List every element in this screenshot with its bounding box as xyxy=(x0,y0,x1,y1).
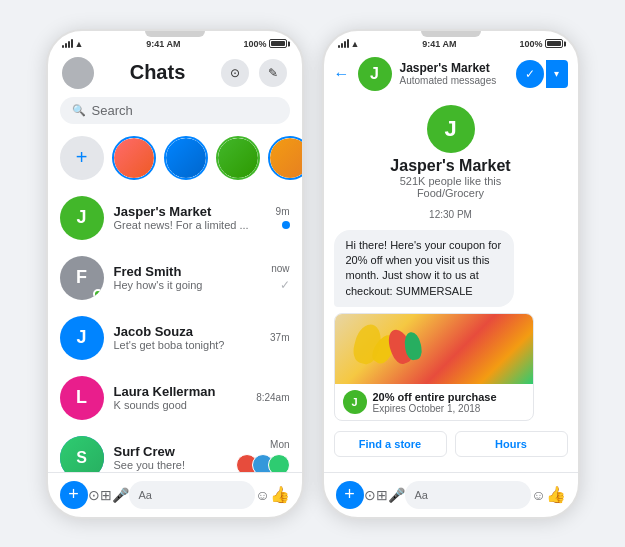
chat-time-fred: now xyxy=(271,263,289,274)
camera-button[interactable]: ⊙ xyxy=(221,59,249,87)
new-chat-button[interactable]: + xyxy=(60,481,88,509)
action-buttons: Find a store Hours xyxy=(334,431,568,457)
market-logo-text: J xyxy=(444,116,456,142)
chat-time-jaspers: 9m xyxy=(276,206,290,217)
signal-bar-2-3 xyxy=(344,41,346,48)
thumbs-up-icon-2[interactable]: 👍 xyxy=(546,485,566,504)
chat-item-jacob[interactable]: J Jacob Souza Let's get boba tonight? 37… xyxy=(48,308,302,368)
time-2: 9:41 AM xyxy=(422,39,456,49)
photo-icon[interactable]: ⊞ xyxy=(100,487,112,503)
coupon-expires: Expires October 1, 2018 xyxy=(373,403,497,414)
emoji-icon[interactable]: ☺ xyxy=(255,487,269,503)
market-likes: 521K people like this xyxy=(400,175,502,187)
signal-bar-1 xyxy=(62,45,64,48)
market-header-logo: J xyxy=(358,57,392,91)
chat-name-jaspers: Jasper's Market xyxy=(114,204,266,219)
chat-info-surf: Surf Crew See you there! xyxy=(114,444,226,471)
story-add-button[interactable]: + xyxy=(60,136,104,180)
plus-icon: + xyxy=(68,484,79,505)
story-avatar-img-2 xyxy=(166,138,206,178)
camera-icon: ⊙ xyxy=(230,66,240,80)
chats-title: Chats xyxy=(130,61,186,84)
thumbs-up-icon[interactable]: 👍 xyxy=(270,485,290,504)
chat-item-surf[interactable]: S Surf Crew See you there! Mon xyxy=(48,428,302,472)
chats-icons: ⊙ ✎ xyxy=(221,59,287,87)
story-3[interactable] xyxy=(216,136,260,180)
chat-preview-jacob: Let's get boba tonight? xyxy=(114,339,261,351)
chat-preview-fred: Hey how's it going xyxy=(114,279,262,291)
chevron-down-icon: ▾ xyxy=(554,68,559,79)
signal-bar-3 xyxy=(68,41,70,48)
chat-avatar-text-laura: L xyxy=(76,387,87,408)
chat-name-surf: Surf Crew xyxy=(114,444,226,459)
chat-avatar-laura: L xyxy=(60,376,104,420)
chevron-button[interactable]: ▾ xyxy=(546,60,568,88)
market-logo: J xyxy=(427,105,475,153)
chat-meta-laura: 8:24am xyxy=(256,392,289,403)
stories-row: + xyxy=(48,132,302,188)
story-avatar-img-1 xyxy=(114,138,154,178)
group-av-3 xyxy=(268,454,290,472)
coupon-title: 20% off entire purchase xyxy=(373,391,497,403)
chat-time-jacob: 37m xyxy=(270,332,289,343)
market-header-info: Jasper's Market Automated messages xyxy=(400,61,508,86)
market-header-logo-text: J xyxy=(370,65,379,83)
edit-button[interactable]: ✎ xyxy=(259,59,287,87)
status-left-2: ▲ xyxy=(338,39,360,49)
status-right-2: 100% xyxy=(519,39,563,49)
user-avatar[interactable] xyxy=(62,57,94,89)
search-bar[interactable]: 🔍 Search xyxy=(60,97,290,124)
compose-label: Aa xyxy=(139,489,152,501)
market-category: Food/Grocery xyxy=(417,187,484,199)
emoji-icon-2[interactable]: ☺ xyxy=(531,487,545,503)
chat-item-jaspers[interactable]: J Jasper's Market Great news! For a limi… xyxy=(48,188,302,248)
hours-button[interactable]: Hours xyxy=(455,431,568,457)
back-button[interactable]: ← xyxy=(334,65,350,83)
phone-chats: ▲ 9:41 AM 100% Chats ⊙ ✎ xyxy=(46,29,304,519)
battery-fill-1 xyxy=(271,41,285,46)
chat-avatar-surf: S xyxy=(60,436,104,472)
chat-item-fred[interactable]: F Fred Smith Hey how's it going now ✓ xyxy=(48,248,302,308)
signal-bar-2-1 xyxy=(338,45,340,48)
story-2[interactable] xyxy=(164,136,208,180)
market-header-subtitle: Automated messages xyxy=(400,75,508,86)
coupon-image xyxy=(335,314,533,384)
coupon-text: 20% off entire purchase Expires October … xyxy=(373,391,497,414)
edit-icon: ✎ xyxy=(268,66,278,80)
chat-info-laura: Laura Kellerman K sounds good xyxy=(114,384,247,411)
call-button[interactable]: ✓ xyxy=(516,60,544,88)
chat-item-laura[interactable]: L Laura Kellerman K sounds good 8:24am xyxy=(48,368,302,428)
unread-dot-jaspers xyxy=(282,221,290,229)
signal-bar-4 xyxy=(71,39,73,48)
chat-meta-surf: Mon xyxy=(236,439,290,472)
chat-avatar-text-jacob: J xyxy=(76,327,86,348)
chat-body: 12:30 PM Hi there! Here's your coupon fo… xyxy=(324,205,578,472)
search-placeholder: Search xyxy=(92,103,133,118)
new-message-button[interactable]: + xyxy=(336,481,364,509)
camera-bottom-icon[interactable]: ⊙ xyxy=(88,487,100,503)
mic-icon[interactable]: 🎤 xyxy=(112,487,129,503)
chat-preview-laura: K sounds good xyxy=(114,399,247,411)
chat-info-jacob: Jacob Souza Let's get boba tonight? xyxy=(114,324,261,351)
plus-icon-2: + xyxy=(344,484,355,505)
surf-crew-text: S xyxy=(76,449,87,467)
mic-icon-2[interactable]: 🎤 xyxy=(388,487,405,503)
signal-bar-2-4 xyxy=(347,39,349,48)
online-indicator-fred xyxy=(93,289,103,299)
signal-bars-1 xyxy=(62,39,73,48)
chat-time-surf: Mon xyxy=(270,439,289,450)
surf-crew-avatar: S xyxy=(60,436,104,472)
status-bar-1: ▲ 9:41 AM 100% xyxy=(48,31,302,53)
story-4[interactable] xyxy=(268,136,302,180)
market-header-name: Jasper's Market xyxy=(400,61,508,75)
camera-bottom-icon-2[interactable]: ⊙ xyxy=(364,487,376,503)
story-1[interactable] xyxy=(112,136,156,180)
compose-input-2[interactable]: Aa xyxy=(405,481,532,509)
market-profile: J Jasper's Market 521K people like this … xyxy=(324,97,578,205)
compose-input[interactable]: Aa xyxy=(129,481,256,509)
signal-bars-2 xyxy=(338,39,349,48)
find-store-button[interactable]: Find a store xyxy=(334,431,447,457)
chat-info-jaspers: Jasper's Market Great news! For a limite… xyxy=(114,204,266,231)
photo-icon-2[interactable]: ⊞ xyxy=(376,487,388,503)
status-bar-2: ▲ 9:41 AM 100% xyxy=(324,31,578,53)
